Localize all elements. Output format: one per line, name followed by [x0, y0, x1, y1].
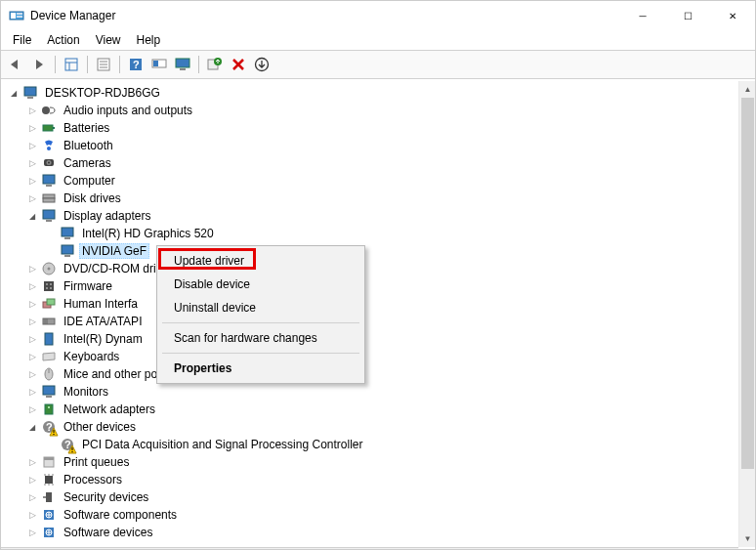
svg-point-45 — [50, 287, 52, 289]
context-menu-item[interactable]: Disable device — [160, 273, 361, 296]
svg-rect-51 — [45, 333, 53, 345]
expand-toggle-icon[interactable] — [25, 279, 39, 293]
svg-point-42 — [46, 283, 48, 285]
tree-category-node[interactable]: Security devices — [25, 488, 755, 506]
expand-toggle-icon[interactable] — [25, 367, 39, 381]
uninstall-button[interactable] — [228, 54, 249, 75]
category-label: Disk drives — [61, 190, 124, 206]
context-menu-item[interactable]: Uninstall device — [160, 296, 361, 319]
tree-category-node[interactable]: Human Interfa — [25, 295, 755, 313]
svg-rect-47 — [47, 299, 55, 305]
expand-toggle-icon[interactable] — [25, 191, 39, 205]
category-icon — [41, 138, 57, 153]
scroll-up-button[interactable]: ▲ — [739, 81, 756, 98]
tree-category-node[interactable]: Disk drives — [25, 190, 755, 207]
tree-category-node[interactable]: Print queues — [25, 453, 755, 471]
tree-category-node[interactable]: DVD/CD-ROM drives — [25, 260, 755, 277]
tree-category-node[interactable]: Cameras — [25, 154, 755, 172]
view-button[interactable] — [148, 54, 170, 75]
expand-toggle-icon[interactable] — [25, 402, 39, 416]
tree-category-node[interactable]: Audio inputs and outputs — [25, 102, 755, 119]
context-menu-item[interactable]: Update driver — [160, 249, 361, 273]
tree-category-node[interactable]: IDE ATA/ATAPI — [25, 313, 755, 330]
expand-toggle-icon[interactable] — [25, 473, 39, 487]
minimize-button[interactable]: ─ — [620, 1, 665, 30]
expand-toggle-icon[interactable] — [25, 297, 39, 311]
expand-toggle-icon[interactable] — [25, 526, 39, 539]
expand-toggle-icon[interactable] — [25, 139, 39, 152]
window-controls: ─ ☐ ✕ — [620, 1, 755, 30]
tree-category-node[interactable]: Mice and other pointing devices — [25, 365, 755, 383]
expand-toggle-icon[interactable] — [25, 490, 39, 504]
tree-category-node[interactable]: Software devices — [25, 524, 755, 541]
expand-toggle-icon[interactable] — [25, 156, 39, 170]
expand-toggle-icon[interactable] — [25, 350, 39, 363]
properties-button[interactable] — [93, 54, 114, 75]
tree-category-node[interactable]: Batteries — [25, 119, 755, 137]
svg-rect-37 — [62, 245, 73, 254]
scroll-thumb[interactable] — [741, 98, 754, 469]
tree-category-node[interactable]: Bluetooth — [25, 137, 755, 154]
svg-rect-2 — [17, 13, 22, 15]
menu-view[interactable]: View — [88, 31, 129, 49]
context-menu: Update driverDisable deviceUninstall dev… — [156, 245, 365, 384]
expand-toggle-icon[interactable] — [25, 174, 39, 188]
context-menu-item[interactable]: Properties — [160, 357, 361, 380]
category-label: Print queues — [61, 454, 132, 470]
expand-toggle-icon[interactable] — [25, 455, 39, 469]
svg-rect-56 — [45, 404, 53, 414]
tree-device-node[interactable]: Intel(R) HD Graphics 520 — [44, 225, 755, 242]
expand-toggle-icon[interactable] — [25, 121, 39, 135]
tree-category-node[interactable]: Network adapters — [25, 401, 755, 418]
svg-rect-14 — [153, 61, 158, 66]
tree-category-node[interactable]: Processors — [25, 471, 755, 488]
device-tree-panel[interactable]: DESKTOP-RDJB6GG Audio inputs and outputs… — [1, 79, 755, 547]
help-button[interactable]: ? — [125, 54, 147, 75]
tree-category-node[interactable]: Monitors — [25, 383, 755, 401]
scan-button[interactable] — [204, 54, 226, 75]
expand-toggle-icon[interactable] — [25, 209, 39, 223]
svg-rect-23 — [43, 125, 53, 131]
tree-category-node[interactable]: Firmware — [25, 277, 755, 295]
tree-category-node[interactable]: Software components — [25, 506, 755, 524]
show-hidden-button[interactable] — [61, 54, 82, 75]
close-button[interactable]: ✕ — [710, 1, 755, 30]
tree-device-node[interactable]: NVIDIA GeF — [44, 242, 755, 260]
tree-category-node[interactable]: Keyboards — [25, 348, 755, 365]
category-label: Software components — [61, 507, 180, 523]
expand-toggle-icon[interactable] — [7, 86, 21, 100]
tree-category-node[interactable]: Intel(R) Dynam — [25, 330, 755, 348]
tree-device-node[interactable]: ? PCI Data Acquisition and Signal Proces… — [44, 436, 755, 453]
expand-toggle-icon[interactable] — [25, 315, 39, 328]
tree-category-node[interactable]: Computer — [25, 172, 755, 190]
expand-toggle-icon[interactable] — [25, 104, 39, 117]
context-menu-item[interactable]: Scan for hardware changes — [160, 326, 361, 350]
monitor-button[interactable] — [172, 54, 193, 75]
svg-rect-32 — [43, 198, 55, 202]
update-button[interactable] — [251, 54, 273, 75]
svg-rect-41 — [44, 281, 54, 291]
tree-category-node[interactable]: ? Other devices — [25, 418, 755, 436]
menu-file[interactable]: File — [5, 31, 39, 49]
menu-help[interactable]: Help — [129, 31, 169, 49]
expand-toggle-icon[interactable] — [25, 262, 39, 275]
category-icon — [41, 384, 57, 400]
expand-toggle-icon[interactable] — [25, 420, 39, 434]
menu-action[interactable]: Action — [39, 31, 87, 49]
maximize-button[interactable]: ☐ — [665, 1, 710, 30]
svg-point-43 — [50, 283, 52, 285]
category-icon — [41, 349, 57, 364]
expand-toggle-icon[interactable] — [25, 385, 39, 399]
category-icon — [41, 454, 57, 470]
forward-button[interactable] — [28, 54, 50, 75]
back-button[interactable] — [5, 54, 26, 75]
tree-root-node[interactable]: DESKTOP-RDJB6GG — [7, 84, 755, 102]
scrollbar[interactable]: ▲ ▼ — [738, 81, 755, 547]
svg-rect-54 — [43, 386, 55, 395]
category-icon — [41, 314, 57, 329]
tree-category-node[interactable]: Display adapters — [25, 207, 755, 225]
scroll-down-button[interactable]: ▼ — [739, 530, 756, 547]
device-icon — [60, 226, 75, 241]
expand-toggle-icon[interactable] — [25, 332, 39, 346]
expand-toggle-icon[interactable] — [25, 508, 39, 522]
